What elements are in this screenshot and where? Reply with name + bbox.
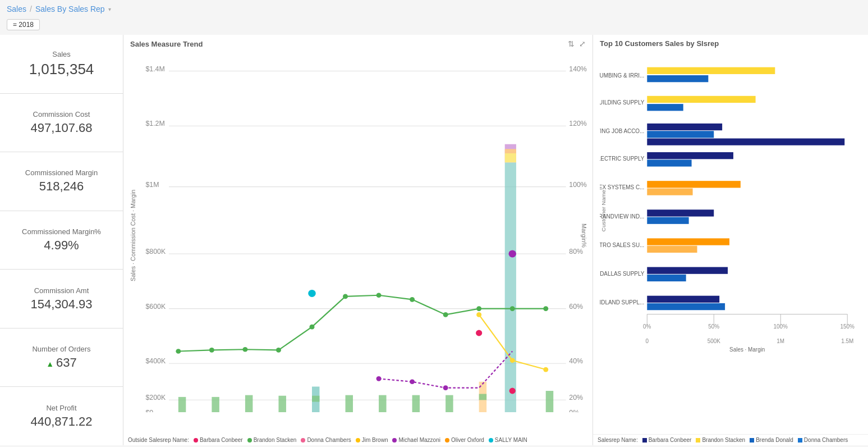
- svg-point-61: [443, 312, 448, 317]
- top10-chart-area: Customer Name PLUMBING & IRRI... BUILDIN…: [593, 50, 868, 434]
- svg-text:MIDLAND SUPPL...: MIDLAND SUPPL...: [600, 299, 644, 305]
- trend-chart-title: Sales Measure Trend: [130, 40, 203, 48]
- svg-text:DALLAS SUPPLY: DALLAS SUPPLY: [600, 271, 644, 277]
- svg-point-54: [209, 348, 214, 353]
- barbara-dot: [194, 438, 198, 443]
- svg-rect-92: [647, 124, 722, 130]
- svg-text:ELECTRIC SUPPLY: ELECTRIC SUPPLY: [600, 156, 645, 162]
- barbara-label: Barbara Conbeer: [200, 437, 243, 443]
- kpi-comm-margin-pct-label: Commissioned Margin%: [22, 227, 101, 236]
- svg-text:METRO SALES SU...: METRO SALES SU...: [600, 242, 644, 248]
- brandon-top10-label: Brandon Stacken: [702, 437, 745, 443]
- svg-text:Margin%: Margin%: [581, 224, 587, 248]
- svg-point-59: [376, 293, 382, 298]
- trend-chart-svg: $1.4M $1.2M $1M $800K $600K $400K $200K …: [128, 53, 588, 412]
- legend-item-barbara: Barbara Conbeer: [194, 437, 243, 443]
- svg-rect-42: [245, 395, 252, 412]
- donna-top10-label: Donna Chambers: [804, 437, 848, 443]
- svg-text:20%: 20%: [569, 394, 583, 402]
- brenda-sq-icon: [750, 438, 754, 443]
- svg-text:$400K: $400K: [145, 357, 166, 365]
- svg-text:PLUMBING & IRRI...: PLUMBING & IRRI...: [600, 72, 644, 79]
- svg-rect-38: [505, 153, 516, 162]
- kpi-net-profit-label: Net Profit: [46, 404, 76, 412]
- svg-rect-46: [346, 395, 353, 412]
- filter-icon[interactable]: ⇅: [568, 39, 575, 48]
- breadcrumb-arrow: ▾: [108, 6, 111, 12]
- svg-rect-51: [479, 394, 486, 400]
- svg-rect-91: [647, 104, 683, 111]
- svg-text:Sales · Commission Cost · Marg: Sales · Commission Cost · Margin: [130, 190, 136, 281]
- kpi-panel: Sales 1,015,354 Commission Cost 497,107.…: [0, 35, 123, 445]
- svg-rect-47: [379, 395, 386, 412]
- svg-point-63: [510, 306, 515, 311]
- oliver-label: Oliver Oxford: [451, 437, 484, 443]
- svg-text:APEX SYSTEMS C...: APEX SYSTEMS C...: [600, 184, 644, 190]
- svg-text:$1M: $1M: [145, 181, 159, 189]
- svg-rect-102: [647, 246, 697, 253]
- kpi-sales-label: Sales: [52, 50, 71, 58]
- kpi-comm-amt: Commission Amt 154,304.93: [0, 270, 123, 329]
- kpi-comm-margin-value: 518,246: [39, 179, 84, 194]
- svg-text:$800K: $800K: [145, 248, 166, 256]
- svg-text:GRANDVIEW IND...: GRANDVIEW IND...: [600, 213, 644, 219]
- top10-svg: Customer Name PLUMBING & IRRI... BUILDIN…: [600, 50, 861, 406]
- svg-point-65: [476, 312, 481, 317]
- breadcrumb: Sales / Sales By Sales Rep ▾: [0, 0, 868, 18]
- legend-item-donna: Donna Chambers: [301, 437, 351, 443]
- svg-rect-52: [546, 391, 553, 412]
- svg-point-74: [509, 388, 516, 394]
- svg-text:BUILDING SUPPLY: BUILDING SUPPLY: [600, 99, 645, 106]
- svg-point-62: [476, 306, 481, 311]
- filter-tag[interactable]: = 2018: [7, 19, 40, 30]
- top10-legend-label: Salesrep Name:: [598, 437, 638, 443]
- trend-legend-label: Outside Salesrep Name:: [128, 437, 189, 443]
- svg-text:500K: 500K: [708, 337, 720, 344]
- svg-rect-45: [312, 396, 319, 402]
- trend-chart-area: $1.4M $1.2M $1M $800K $600K $400K $200K …: [123, 51, 593, 435]
- svg-point-56: [276, 348, 281, 353]
- center-panel: Sales Measure Trend ⇅ ⤢ $1.4M $1.2M $1M …: [123, 35, 593, 445]
- svg-rect-101: [647, 238, 729, 245]
- legend-item-michael: Michael Mazzoni: [392, 437, 440, 443]
- breadcrumb-current[interactable]: Sales By Sales Rep: [35, 4, 105, 13]
- svg-point-60: [410, 297, 415, 302]
- barbara-top10-label: Barbara Conbeer: [649, 437, 692, 443]
- breadcrumb-sep: /: [30, 4, 32, 13]
- legend-barbara-top10: Barbara Conbeer: [642, 437, 692, 443]
- svg-rect-95: [647, 152, 733, 159]
- svg-text:$200K: $200K: [145, 394, 166, 402]
- svg-rect-36: [505, 162, 516, 412]
- svg-text:140%: 140%: [569, 65, 587, 73]
- svg-rect-88: [647, 67, 775, 74]
- svg-point-55: [242, 347, 247, 352]
- svg-rect-93: [647, 131, 714, 138]
- svg-rect-100: [647, 217, 688, 224]
- sally-dot: [489, 438, 493, 443]
- michael-dot: [392, 438, 397, 443]
- svg-rect-94: [647, 138, 844, 145]
- brenda-top10-label: Brenda Donald: [756, 437, 793, 443]
- legend-item-jim: Jim Brown: [356, 437, 388, 443]
- kpi-net-profit-value: 440,871.22: [30, 414, 92, 429]
- breadcrumb-root[interactable]: Sales: [7, 4, 26, 13]
- svg-rect-99: [647, 209, 714, 216]
- svg-text:Sales · Margin: Sales · Margin: [729, 346, 765, 353]
- svg-text:80%: 80%: [569, 248, 583, 256]
- svg-text:$1.4M: $1.4M: [145, 65, 164, 73]
- svg-text:100%: 100%: [569, 181, 587, 189]
- expand-icon[interactable]: ⤢: [579, 39, 586, 48]
- trend-legend: Outside Salesrep Name: Barbara Conbeer B…: [123, 435, 593, 445]
- svg-rect-39: [505, 149, 516, 153]
- legend-brandon-top10: Brandon Stacken: [696, 437, 745, 443]
- svg-text:1M: 1M: [777, 337, 784, 344]
- kpi-comm-margin-pct: Commissioned Margin% 4.99%: [0, 211, 123, 270]
- svg-point-73: [476, 330, 482, 336]
- svg-text:$0: $0: [145, 409, 153, 412]
- legend-item-oliver: Oliver Oxford: [445, 437, 484, 443]
- top10-title: Top 10 Customers Sales by Slsrep: [593, 35, 868, 50]
- svg-text:40%: 40%: [569, 357, 583, 365]
- top10-legend: Salesrep Name: Barbara Conbeer Brandon S…: [593, 434, 868, 445]
- michael-label: Michael Mazzoni: [398, 437, 440, 443]
- svg-point-57: [310, 325, 315, 330]
